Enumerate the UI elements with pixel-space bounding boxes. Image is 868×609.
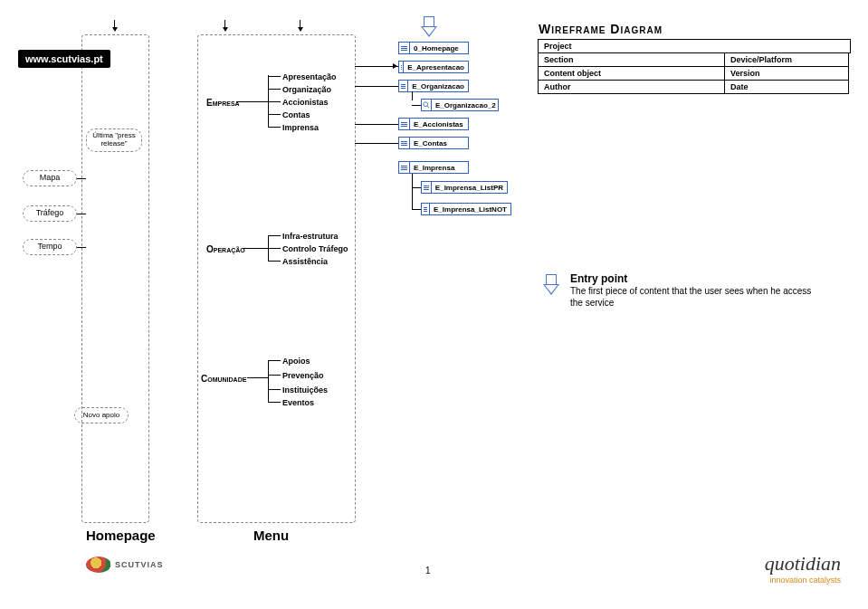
tempo-label: Tempo bbox=[37, 242, 62, 251]
arrow-down-icon bbox=[298, 27, 303, 32]
connector bbox=[247, 377, 268, 378]
connector bbox=[268, 261, 281, 262]
page-contas[interactable]: E_Contas bbox=[398, 137, 469, 149]
page-organizacao[interactable]: E_Organizacao bbox=[398, 80, 469, 92]
entry-point-legend-icon bbox=[543, 274, 559, 298]
page-lines-icon bbox=[422, 204, 430, 214]
connector bbox=[77, 247, 86, 248]
mapa-box[interactable]: Mapa bbox=[23, 170, 77, 186]
panel-version: Version bbox=[724, 66, 849, 81]
connector bbox=[268, 389, 281, 390]
page-lines-icon bbox=[399, 119, 410, 129]
page-lines-icon bbox=[399, 138, 410, 148]
empresa-child[interactable]: Organização bbox=[282, 85, 331, 94]
trafego-box[interactable]: Tráfego bbox=[23, 205, 77, 222]
operacao-child[interactable]: Infra-estrutura bbox=[282, 232, 339, 241]
page-label: E_Imprensa_ListPR bbox=[432, 184, 507, 192]
comunidade-child[interactable]: Prevenção bbox=[282, 371, 324, 380]
footer-menu-label: Menu bbox=[253, 528, 289, 543]
swirl-icon bbox=[86, 557, 111, 573]
comunidade-child[interactable]: Eventos bbox=[282, 398, 314, 407]
page-lines-icon bbox=[422, 182, 432, 193]
page-label: E_Contas bbox=[410, 139, 451, 147]
quotidian-tagline: innovation catalysts bbox=[765, 576, 841, 585]
connector bbox=[268, 127, 281, 128]
quotidian-text: quotidian bbox=[765, 552, 841, 576]
page-homepage[interactable]: 0_Homepage bbox=[398, 42, 469, 54]
page-lines-icon bbox=[399, 81, 408, 91]
page-label: E_Apresentacao bbox=[404, 63, 468, 71]
page-organizacao-2[interactable]: E_Organizacao_2 bbox=[421, 99, 499, 111]
page-lines-icon bbox=[399, 43, 410, 53]
panel-project: Project bbox=[538, 39, 851, 53]
comunidade-node[interactable]: Comunidade bbox=[201, 374, 246, 384]
page-accionistas[interactable]: E_Accionistas bbox=[398, 118, 469, 130]
arrow-down-icon bbox=[223, 27, 228, 32]
empresa-child[interactable]: Accionistas bbox=[282, 98, 329, 107]
entry-point-title: Entry point bbox=[570, 272, 824, 285]
site-url-bar: www.scutvias.pt bbox=[18, 50, 110, 68]
connector bbox=[268, 89, 281, 90]
page-label: E_Imprensa_ListNOT bbox=[430, 205, 510, 214]
connector bbox=[268, 360, 281, 361]
page-apresentacao[interactable]: E_Apresentacao bbox=[398, 61, 469, 73]
svg-line-1 bbox=[427, 106, 429, 108]
page-zoom-icon bbox=[422, 100, 432, 110]
connector bbox=[268, 76, 281, 77]
connector bbox=[268, 360, 269, 402]
scutvias-text: SCUTVIAS bbox=[115, 560, 164, 569]
connector bbox=[412, 174, 413, 210]
scutvias-logo: SCUTVIAS bbox=[86, 557, 164, 573]
empresa-child[interactable]: Apresentação bbox=[282, 72, 337, 81]
connector bbox=[412, 91, 413, 100]
connector bbox=[412, 209, 421, 210]
connector bbox=[355, 86, 398, 87]
novo-apoio-label: Novo apoio bbox=[83, 411, 119, 419]
connector bbox=[355, 143, 398, 144]
panel-author: Author bbox=[538, 80, 725, 94]
panel-date: Date bbox=[724, 80, 849, 94]
operacao-child[interactable]: Controlo Tráfego bbox=[282, 244, 348, 253]
entry-point-icon bbox=[421, 16, 437, 40]
operacao-node[interactable]: Operação bbox=[206, 244, 245, 254]
panel-section: Section bbox=[538, 52, 725, 67]
page-imprensa[interactable]: E_Imprensa bbox=[398, 161, 469, 174]
press-release-box[interactable]: Última "press release" bbox=[86, 128, 142, 152]
connector bbox=[77, 214, 86, 214]
tempo-box[interactable]: Tempo bbox=[23, 239, 77, 255]
mapa-label: Mapa bbox=[40, 173, 61, 182]
novo-apoio-box[interactable]: Novo apoio bbox=[74, 407, 129, 423]
entry-point-text: Entry point The first piece of content t… bbox=[570, 272, 824, 309]
connector bbox=[412, 187, 421, 188]
empresa-node[interactable]: Empresa bbox=[206, 98, 240, 108]
connector bbox=[114, 20, 115, 29]
comunidade-child[interactable]: Apoios bbox=[282, 357, 310, 366]
arrow-left-icon bbox=[393, 63, 397, 69]
connector bbox=[243, 248, 268, 249]
connector bbox=[268, 375, 281, 376]
quotidian-logo: quotidian innovation catalysts bbox=[765, 552, 841, 585]
empresa-child[interactable]: Contas bbox=[282, 110, 310, 119]
page-lines-icon bbox=[399, 162, 410, 173]
connector bbox=[268, 101, 281, 102]
panel-title: Wireframe Diagram bbox=[539, 22, 851, 36]
connector bbox=[268, 402, 281, 403]
connector bbox=[268, 114, 281, 115]
panel-content: Content object bbox=[538, 66, 725, 81]
operacao-child[interactable]: Assistência bbox=[282, 257, 328, 266]
connector bbox=[268, 248, 281, 249]
homepage-group-outline bbox=[81, 34, 149, 523]
trafego-label: Tráfego bbox=[36, 208, 64, 217]
page-label: E_Organizacao_2 bbox=[432, 101, 500, 109]
page-imprensa-listpr[interactable]: E_Imprensa_ListPR bbox=[421, 181, 508, 194]
connector bbox=[355, 124, 398, 125]
page-imprensa-listnot[interactable]: E_Imprensa_ListNOT bbox=[421, 203, 511, 215]
comunidade-child[interactable]: Instituições bbox=[282, 385, 328, 395]
site-url: www.scutvias.pt bbox=[25, 53, 103, 64]
connector bbox=[268, 235, 281, 236]
connector bbox=[77, 178, 86, 179]
empresa-child[interactable]: Imprensa bbox=[282, 123, 319, 132]
connector bbox=[236, 101, 268, 102]
footer-homepage-label: Homepage bbox=[86, 528, 156, 543]
menu-group-outline bbox=[197, 34, 356, 523]
